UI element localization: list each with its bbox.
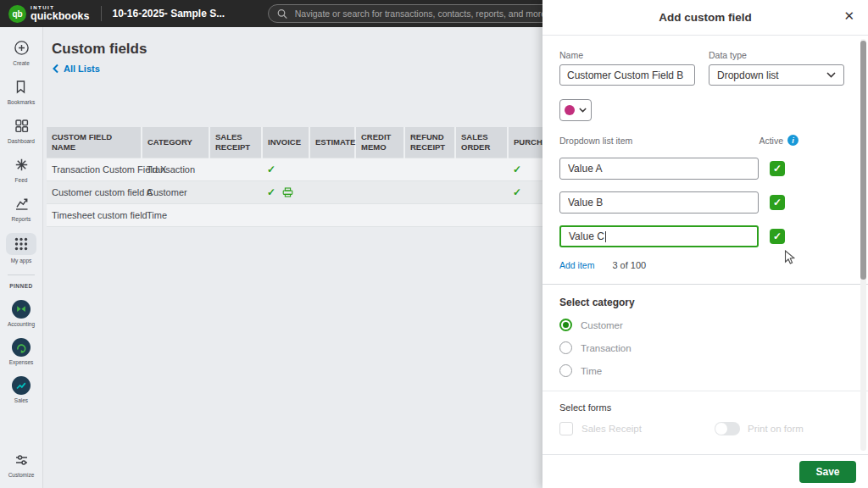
section-divider <box>542 391 868 391</box>
col-custom-field-name[interactable]: CUSTOM FIELD NAME <box>47 127 142 158</box>
sales-app-icon <box>12 376 31 395</box>
col-credit-memo[interactable]: CREDIT MEMO <box>355 127 404 158</box>
add-custom-field-panel: Add custom field ✕ Name Data type Dropdo… <box>542 0 868 488</box>
sidebar-item-my-apps[interactable]: My apps <box>6 233 36 263</box>
table-row[interactable]: Transaction Custom Field X Transaction ✓… <box>47 158 606 180</box>
expenses-app-icon <box>12 338 31 357</box>
active-label: Active <box>759 136 783 146</box>
check-icon: ✓ <box>267 164 275 175</box>
printer-icon <box>282 187 293 197</box>
chevron-down-icon <box>826 72 836 78</box>
name-label: Name <box>559 50 695 60</box>
active-checkbox[interactable]: ✓ <box>770 229 785 244</box>
col-sales-receipt[interactable]: SALES RECEIPT <box>209 127 262 158</box>
panel-title: Add custom field <box>659 11 752 24</box>
info-icon[interactable]: i <box>787 135 798 146</box>
dropdown-item-row: ✓ <box>559 191 843 214</box>
color-swatch <box>565 105 575 115</box>
item-count: 3 of 100 <box>612 260 646 270</box>
form-option-sales-receipt: Sales Receipt Print on form <box>559 422 843 435</box>
item-value-input[interactable] <box>559 191 759 214</box>
print-on-form-toggle[interactable] <box>715 422 740 435</box>
save-button[interactable]: Save <box>799 461 856 483</box>
col-sales-order[interactable]: SALES ORDER <box>455 127 508 158</box>
check-icon: ✓ <box>513 186 521 198</box>
sidebar-item-dashboard[interactable]: Dashboard <box>8 116 35 144</box>
sidebar-item-reports[interactable]: Reports <box>8 194 35 222</box>
my-apps-icon <box>6 233 36 255</box>
section-divider <box>542 284 868 285</box>
sidebar-item-create[interactable]: Create <box>8 38 35 66</box>
qb-logo-icon: qb <box>8 5 26 23</box>
panel-scrollbar[interactable] <box>860 39 866 451</box>
name-input[interactable] <box>559 64 695 86</box>
data-type-select[interactable]: Dropdown list <box>709 64 844 86</box>
search-input[interactable] <box>293 8 556 19</box>
select-category-label: Select category <box>559 297 843 308</box>
custom-fields-table: CUSTOM FIELD NAME CATEGORY SALES RECEIPT… <box>47 127 606 227</box>
dropdown-item-row: Value C ✓ <box>559 225 843 247</box>
dropdown-list-item-label: Dropdown list item <box>559 136 632 146</box>
panel-footer: Save <box>542 454 868 488</box>
col-invoice[interactable]: INVOICE <box>262 127 309 158</box>
check-icon: ✓ <box>267 186 275 198</box>
radio-icon[interactable] <box>559 364 572 377</box>
color-picker-button[interactable] <box>559 99 592 121</box>
customize-icon <box>8 450 35 469</box>
category-option-customer[interactable]: Customer <box>559 319 843 331</box>
col-estimate[interactable]: ESTIMATE <box>309 127 355 158</box>
scrollbar-thumb[interactable] <box>860 41 866 280</box>
sidebar-item-expenses[interactable]: Expenses <box>9 338 34 365</box>
table-row[interactable]: Timesheet custom field Time <box>47 203 606 226</box>
active-checkbox[interactable]: ✓ <box>770 161 785 176</box>
data-type-label: Data type <box>709 50 844 60</box>
dropdown-item-row: ✓ <box>559 158 843 180</box>
category-option-time[interactable]: Time <box>559 364 843 377</box>
search-icon <box>277 8 287 19</box>
col-refund-receipt[interactable]: REFUND RECEIPT <box>404 127 455 158</box>
app-window: qb INTUIT quickbooks 10-16-2025- Sample … <box>0 0 868 488</box>
sidebar-item-customize[interactable]: Customize <box>8 450 35 478</box>
close-icon[interactable]: ✕ <box>843 9 854 22</box>
table-header-row: CUSTOM FIELD NAME CATEGORY SALES RECEIPT… <box>47 127 606 158</box>
topbar-separator <box>101 6 102 21</box>
name-field: Name <box>559 50 695 86</box>
reports-icon <box>8 194 35 214</box>
pinned-section-label: PINNED <box>9 283 33 289</box>
dashboard-icon <box>8 116 35 136</box>
radio-selected-icon[interactable] <box>559 319 572 331</box>
select-forms-label: Select forms <box>559 402 843 413</box>
check-icon: ✓ <box>513 164 521 175</box>
left-sidebar: Create Bookmarks Dashboard <box>0 27 43 488</box>
sidebar-item-feed[interactable]: Feed <box>8 155 35 183</box>
sidebar-divider <box>8 274 35 275</box>
data-type-field: Data type Dropdown list <box>709 50 844 86</box>
create-icon <box>8 38 35 58</box>
radio-icon[interactable] <box>559 341 572 354</box>
add-item-link[interactable]: Add item <box>559 260 594 270</box>
bookmark-icon <box>8 77 34 97</box>
category-option-transaction[interactable]: Transaction <box>559 341 843 354</box>
sidebar-item-sales[interactable]: Sales <box>12 376 31 403</box>
panel-header: Add custom field ✕ <box>542 0 868 36</box>
col-category[interactable]: CATEGORY <box>142 127 209 158</box>
accounting-app-icon <box>12 300 31 319</box>
item-value-input-focused[interactable]: Value C <box>559 225 759 247</box>
form-checkbox[interactable] <box>559 422 573 435</box>
table-row[interactable]: Customer custom field A Customer ✓ ✓ <box>47 180 606 203</box>
feed-icon <box>8 155 35 175</box>
active-checkbox[interactable]: ✓ <box>770 195 785 210</box>
chevron-left-icon <box>52 64 59 74</box>
sidebar-item-bookmarks[interactable]: Bookmarks <box>8 77 36 105</box>
sidebar-item-accounting[interactable]: Accounting <box>8 300 35 327</box>
brand-product: quickbooks <box>31 11 89 22</box>
chevron-down-icon <box>579 108 587 113</box>
global-search-bar[interactable] <box>268 4 565 23</box>
item-value-input[interactable] <box>559 158 759 180</box>
text-caret <box>605 231 606 242</box>
quickbooks-logo: qb INTUIT quickbooks <box>0 5 96 23</box>
company-name[interactable]: 10-16-2025- Sample S... <box>112 8 248 19</box>
panel-body: Name Data type Dropdown list <box>542 36 868 435</box>
